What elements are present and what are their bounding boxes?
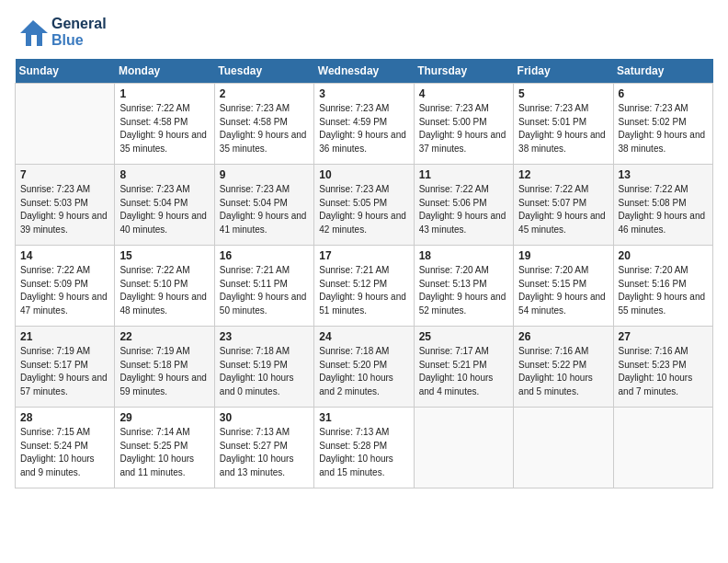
day-number: 29 [119, 411, 209, 424]
day-info: Sunrise: 7:13 AMSunset: 5:28 PMDaylight:… [319, 426, 408, 479]
day-info: Sunrise: 7:22 AMSunset: 5:10 PMDaylight:… [119, 264, 209, 317]
calendar-week-row: 21 Sunrise: 7:19 AMSunset: 5:17 PMDaylig… [16, 327, 713, 408]
calendar-cell: 21 Sunrise: 7:19 AMSunset: 5:17 PMDaylig… [16, 327, 115, 408]
calendar-cell: 25 Sunrise: 7:17 AMSunset: 5:21 PMDaylig… [414, 327, 513, 408]
day-info: Sunrise: 7:18 AMSunset: 5:19 PMDaylight:… [220, 345, 309, 398]
page-header: General Blue [15, 15, 713, 50]
day-number: 15 [119, 249, 209, 262]
day-number: 28 [20, 411, 109, 424]
calendar-cell: 24 Sunrise: 7:18 AMSunset: 5:20 PMDaylig… [314, 327, 414, 408]
day-number: 26 [518, 330, 608, 343]
calendar-cell [613, 408, 712, 488]
day-number: 2 [220, 87, 309, 100]
day-info: Sunrise: 7:21 AMSunset: 5:11 PMDaylight:… [220, 264, 309, 317]
calendar-cell: 27 Sunrise: 7:16 AMSunset: 5:23 PMDaylig… [613, 327, 712, 408]
day-number: 12 [518, 168, 608, 181]
calendar-cell: 11 Sunrise: 7:22 AMSunset: 5:06 PMDaylig… [414, 165, 513, 246]
day-number: 19 [518, 249, 608, 262]
calendar-week-row: 1 Sunrise: 7:22 AMSunset: 4:58 PMDayligh… [16, 84, 713, 165]
calendar-cell [414, 408, 513, 488]
calendar-cell: 3 Sunrise: 7:23 AMSunset: 4:59 PMDayligh… [314, 84, 414, 165]
day-info: Sunrise: 7:16 AMSunset: 5:22 PMDaylight:… [518, 345, 608, 398]
calendar-cell: 7 Sunrise: 7:23 AMSunset: 5:03 PMDayligh… [16, 165, 115, 246]
day-info: Sunrise: 7:23 AMSunset: 4:59 PMDaylight:… [319, 102, 408, 155]
calendar-week-row: 28 Sunrise: 7:15 AMSunset: 5:24 PMDaylig… [16, 408, 713, 488]
day-number: 17 [319, 249, 408, 262]
day-info: Sunrise: 7:22 AMSunset: 5:08 PMDaylight:… [619, 183, 708, 236]
calendar-cell: 1 Sunrise: 7:22 AMSunset: 4:58 PMDayligh… [115, 84, 214, 165]
day-number: 8 [119, 168, 209, 181]
day-info: Sunrise: 7:20 AMSunset: 5:15 PMDaylight:… [518, 264, 608, 317]
calendar-cell [514, 408, 613, 488]
calendar-week-row: 14 Sunrise: 7:22 AMSunset: 5:09 PMDaylig… [16, 246, 713, 327]
calendar-cell: 14 Sunrise: 7:22 AMSunset: 5:09 PMDaylig… [16, 246, 115, 327]
calendar-cell: 31 Sunrise: 7:13 AMSunset: 5:28 PMDaylig… [314, 408, 414, 488]
calendar-cell: 23 Sunrise: 7:18 AMSunset: 5:19 PMDaylig… [214, 327, 313, 408]
calendar-cell: 12 Sunrise: 7:22 AMSunset: 5:07 PMDaylig… [514, 165, 613, 246]
calendar-week-row: 7 Sunrise: 7:23 AMSunset: 5:03 PMDayligh… [16, 165, 713, 246]
logo-blue: Blue [51, 32, 107, 49]
calendar-cell: 16 Sunrise: 7:21 AMSunset: 5:11 PMDaylig… [214, 246, 313, 327]
calendar-cell: 30 Sunrise: 7:13 AMSunset: 5:27 PMDaylig… [214, 408, 313, 488]
calendar-cell: 8 Sunrise: 7:23 AMSunset: 5:04 PMDayligh… [115, 165, 214, 246]
day-info: Sunrise: 7:19 AMSunset: 5:17 PMDaylight:… [20, 345, 109, 398]
day-info: Sunrise: 7:23 AMSunset: 5:05 PMDaylight:… [319, 183, 408, 236]
calendar-cell: 19 Sunrise: 7:20 AMSunset: 5:15 PMDaylig… [514, 246, 613, 327]
day-number: 21 [20, 330, 109, 343]
calendar-cell: 6 Sunrise: 7:23 AMSunset: 5:02 PMDayligh… [613, 84, 712, 165]
day-info: Sunrise: 7:22 AMSunset: 5:07 PMDaylight:… [518, 183, 608, 236]
day-number: 13 [619, 168, 708, 181]
day-info: Sunrise: 7:22 AMSunset: 4:58 PMDaylight:… [119, 102, 209, 155]
day-info: Sunrise: 7:23 AMSunset: 5:00 PMDaylight:… [419, 102, 508, 155]
weekday-header-monday: Monday [115, 59, 214, 84]
calendar-cell: 22 Sunrise: 7:19 AMSunset: 5:18 PMDaylig… [115, 327, 214, 408]
day-number: 23 [220, 330, 309, 343]
day-info: Sunrise: 7:20 AMSunset: 5:13 PMDaylight:… [419, 264, 508, 317]
day-info: Sunrise: 7:23 AMSunset: 5:01 PMDaylight:… [518, 102, 608, 155]
weekday-header-sunday: Sunday [16, 59, 115, 84]
day-number: 5 [518, 87, 608, 100]
day-info: Sunrise: 7:23 AMSunset: 5:03 PMDaylight:… [20, 183, 109, 236]
day-number: 22 [119, 330, 209, 343]
calendar-cell: 26 Sunrise: 7:16 AMSunset: 5:22 PMDaylig… [514, 327, 613, 408]
day-number: 24 [319, 330, 408, 343]
day-number: 20 [619, 249, 708, 262]
calendar-cell: 2 Sunrise: 7:23 AMSunset: 4:58 PMDayligh… [214, 84, 313, 165]
day-info: Sunrise: 7:20 AMSunset: 5:16 PMDaylight:… [619, 264, 708, 317]
day-info: Sunrise: 7:23 AMSunset: 5:04 PMDaylight:… [119, 183, 209, 236]
weekday-header-thursday: Thursday [414, 59, 513, 84]
day-number: 18 [419, 249, 508, 262]
day-info: Sunrise: 7:22 AMSunset: 5:06 PMDaylight:… [419, 183, 508, 236]
day-info: Sunrise: 7:22 AMSunset: 5:09 PMDaylight:… [20, 264, 109, 317]
calendar-cell: 29 Sunrise: 7:14 AMSunset: 5:25 PMDaylig… [115, 408, 214, 488]
calendar-cell: 4 Sunrise: 7:23 AMSunset: 5:00 PMDayligh… [414, 84, 513, 165]
weekday-header-wednesday: Wednesday [314, 59, 414, 84]
calendar-cell: 10 Sunrise: 7:23 AMSunset: 5:05 PMDaylig… [314, 165, 414, 246]
day-number: 10 [319, 168, 408, 181]
calendar-cell: 28 Sunrise: 7:15 AMSunset: 5:24 PMDaylig… [16, 408, 115, 488]
logo: General Blue [15, 15, 107, 50]
day-number: 31 [319, 411, 408, 424]
weekday-header-tuesday: Tuesday [214, 59, 313, 84]
calendar-cell: 15 Sunrise: 7:22 AMSunset: 5:10 PMDaylig… [115, 246, 214, 327]
day-number: 14 [20, 249, 109, 262]
day-info: Sunrise: 7:15 AMSunset: 5:24 PMDaylight:… [20, 426, 109, 479]
day-number: 30 [220, 411, 309, 424]
weekday-header-friday: Friday [514, 59, 613, 84]
day-number: 25 [419, 330, 508, 343]
calendar-cell: 18 Sunrise: 7:20 AMSunset: 5:13 PMDaylig… [414, 246, 513, 327]
day-number: 9 [220, 168, 309, 181]
logo-bird-icon [15, 15, 50, 50]
calendar-cell: 20 Sunrise: 7:20 AMSunset: 5:16 PMDaylig… [613, 246, 712, 327]
day-info: Sunrise: 7:23 AMSunset: 5:02 PMDaylight:… [619, 102, 708, 155]
day-info: Sunrise: 7:16 AMSunset: 5:23 PMDaylight:… [619, 345, 708, 398]
day-info: Sunrise: 7:19 AMSunset: 5:18 PMDaylight:… [119, 345, 209, 398]
day-info: Sunrise: 7:18 AMSunset: 5:20 PMDaylight:… [319, 345, 408, 398]
day-number: 3 [319, 87, 408, 100]
day-number: 1 [119, 87, 209, 100]
day-info: Sunrise: 7:21 AMSunset: 5:12 PMDaylight:… [319, 264, 408, 317]
day-number: 4 [419, 87, 508, 100]
day-number: 6 [619, 87, 708, 100]
svg-marker-0 [20, 20, 48, 46]
weekday-header-row: SundayMondayTuesdayWednesdayThursdayFrid… [16, 59, 713, 84]
